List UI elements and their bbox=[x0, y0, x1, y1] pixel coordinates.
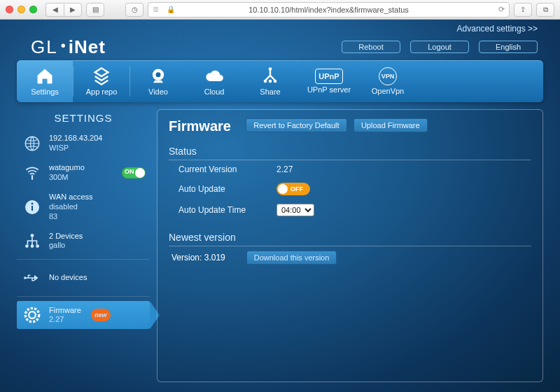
nav-upnp[interactable]: UPnP UPnP server bbox=[298, 60, 360, 102]
home-icon bbox=[35, 66, 55, 86]
sidebar-separator bbox=[17, 259, 150, 260]
logo-gl: GL bbox=[31, 36, 58, 58]
svg-rect-9 bbox=[31, 206, 33, 211]
sidebar-item-lan[interactable]: 2 Devicesgallo bbox=[17, 227, 150, 255]
url-bar[interactable]: ≣ 🔒 10.10.10.10/html/index?index&firmwar… bbox=[148, 2, 510, 18]
svg-point-12 bbox=[25, 244, 29, 248]
logo-inet: iNet bbox=[69, 36, 106, 58]
sidebar-item-usb[interactable]: No devices bbox=[17, 264, 150, 292]
wan-line1: WAN access bbox=[49, 192, 93, 202]
advanced-settings-link[interactable]: Advanced settings >> bbox=[457, 24, 538, 34]
wifi-toggle[interactable]: ON bbox=[122, 167, 146, 178]
svg-point-1 bbox=[156, 72, 161, 77]
sidebar-item-internet[interactable]: 192.168.43.204WISP bbox=[17, 130, 150, 158]
wifi-rate: 300M bbox=[49, 173, 85, 183]
svg-point-14 bbox=[36, 244, 39, 248]
nav-share[interactable]: Share bbox=[242, 60, 298, 102]
firmware-line1: Firmware bbox=[49, 306, 81, 316]
revert-factory-button[interactable]: Revert to Factory Default bbox=[246, 118, 346, 132]
sidebar: SETTINGS 192.168.43.204WISP watagumo300M… bbox=[17, 109, 150, 382]
nav-cloud[interactable]: Cloud bbox=[186, 60, 242, 102]
header-buttons: Reboot Logout English bbox=[342, 41, 538, 53]
gear-icon bbox=[22, 305, 42, 325]
svg-point-2 bbox=[269, 67, 272, 71]
current-version-value: 2.27 bbox=[276, 164, 293, 174]
reload-icon[interactable]: ⟳ bbox=[498, 5, 505, 14]
forward-button[interactable]: ▶ bbox=[64, 3, 82, 17]
newest-version-label: Version: bbox=[172, 253, 202, 262]
language-button[interactable]: English bbox=[479, 41, 538, 53]
usb-icon bbox=[22, 268, 42, 288]
apps-icon bbox=[92, 66, 111, 86]
globe-icon bbox=[22, 134, 42, 153]
nav-app-repo[interactable]: App repo bbox=[74, 60, 130, 102]
nav-app-repo-label: App repo bbox=[86, 88, 118, 96]
router-admin-page: Advanced settings >> GL • iNet Reboot Lo… bbox=[0, 20, 560, 392]
svg-point-16 bbox=[25, 309, 39, 323]
auto-update-label: Auto Update bbox=[178, 184, 276, 194]
row-newest-version: Version: 3.019 Download this version bbox=[169, 246, 531, 265]
info-circle-icon bbox=[22, 197, 42, 217]
auto-update-toggle[interactable]: OFF bbox=[276, 183, 310, 195]
sidebar-item-firmware[interactable]: Firmware2.27 new bbox=[17, 301, 150, 329]
auto-update-time-select[interactable]: 04:00 bbox=[276, 204, 314, 216]
webcam-icon bbox=[148, 66, 168, 86]
window-traffic-lights[interactable] bbox=[6, 6, 37, 13]
content-area: SETTINGS 192.168.43.204WISP watagumo300M… bbox=[17, 109, 543, 382]
share-fork-icon bbox=[260, 66, 280, 86]
row-current-version: Current Version 2.27 bbox=[169, 160, 531, 178]
back-button[interactable]: ◀ bbox=[46, 3, 64, 17]
svg-rect-7 bbox=[31, 175, 33, 180]
page-title: Firmware bbox=[169, 118, 231, 134]
current-version-label: Current Version bbox=[178, 164, 276, 174]
auto-update-toggle-label: OFF bbox=[290, 186, 303, 192]
lan-line2: gallo bbox=[49, 241, 83, 251]
share-button[interactable]: ⇪ bbox=[514, 3, 532, 17]
wifi-ssid: watagumo bbox=[49, 163, 85, 173]
url-text: 10.10.10.10/html/index?index&firmware_st… bbox=[248, 6, 409, 14]
internet-ip: 192.168.43.204 bbox=[49, 134, 102, 144]
nav-share-label: Share bbox=[260, 88, 280, 96]
svg-point-15 bbox=[24, 276, 27, 279]
wan-line3: 83 bbox=[49, 212, 93, 222]
nav-openvpn[interactable]: VPN OpenVpn bbox=[360, 60, 416, 102]
vpn-badge-icon: VPN bbox=[379, 67, 397, 85]
brand-logo: GL • iNet bbox=[31, 36, 106, 58]
sidebar-separator bbox=[17, 296, 150, 297]
browser-toolbar: ◀ ▶ ▤ ◷ ≣ 🔒 10.10.10.10/html/index?index… bbox=[0, 0, 560, 20]
svg-point-11 bbox=[31, 234, 34, 237]
upload-firmware-button[interactable]: Upload Firmware bbox=[354, 118, 428, 132]
reboot-button[interactable]: Reboot bbox=[342, 41, 400, 53]
nav-settings[interactable]: Settings bbox=[17, 60, 73, 102]
logout-button[interactable]: Logout bbox=[410, 41, 469, 53]
svg-point-4 bbox=[274, 80, 277, 83]
status-heading: Status bbox=[169, 140, 531, 160]
upnp-badge-icon: UPnP bbox=[315, 69, 343, 84]
nav-video[interactable]: Video bbox=[130, 60, 186, 102]
newest-heading: Newest version bbox=[169, 226, 531, 246]
firmware-line2: 2.27 bbox=[49, 315, 81, 325]
logo-dot: • bbox=[61, 38, 66, 54]
new-badge: new bbox=[91, 309, 111, 321]
privacy-button[interactable]: ◷ bbox=[125, 3, 144, 17]
sidebar-item-wan[interactable]: WAN accessdisabled83 bbox=[17, 188, 150, 225]
usb-line1: No devices bbox=[49, 273, 87, 283]
nav-cloud-label: Cloud bbox=[204, 88, 225, 96]
svg-point-3 bbox=[264, 80, 267, 83]
sidebar-title: SETTINGS bbox=[17, 109, 150, 128]
tabs-button[interactable]: ⧉ bbox=[536, 3, 554, 17]
sidebar-item-wifi[interactable]: watagumo300M ON bbox=[17, 159, 150, 187]
nav-openvpn-label: OpenVpn bbox=[372, 87, 404, 95]
reader-icon: ≣ bbox=[153, 5, 159, 14]
main-header-row: Firmware Revert to Factory Default Uploa… bbox=[169, 118, 531, 134]
wifi-toggle-label: ON bbox=[125, 168, 134, 176]
svg-point-5 bbox=[269, 80, 272, 83]
sidebar-toggle-button[interactable]: ▤ bbox=[86, 3, 104, 17]
cloud-icon bbox=[204, 66, 224, 86]
row-auto-update-time: Auto Update Time 04:00 bbox=[169, 200, 531, 220]
network-icon bbox=[22, 231, 42, 251]
newest-version-value: 3.019 bbox=[204, 253, 225, 262]
download-version-button[interactable]: Download this version bbox=[246, 251, 337, 265]
svg-point-17 bbox=[29, 312, 36, 318]
top-nav: Settings App repo Video Cloud Share UPnP… bbox=[17, 60, 543, 102]
